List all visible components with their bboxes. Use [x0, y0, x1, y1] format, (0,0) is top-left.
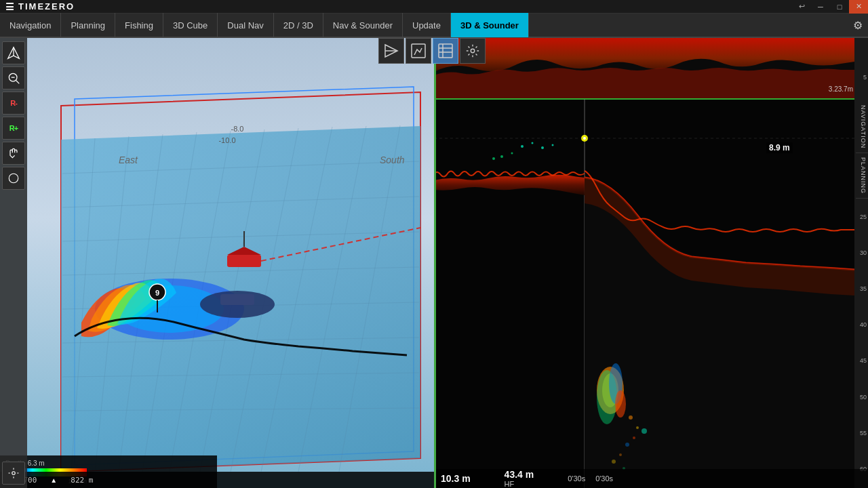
- svg-point-66: [552, 144, 554, 146]
- main-content: R- R+: [0, 38, 868, 488]
- side-toolbar: R- R+: [0, 38, 27, 488]
- toolbar-chart-btn[interactable]: [406, 38, 431, 64]
- depth-value: 6.3 m: [28, 460, 45, 467]
- svg-point-55: [629, 415, 633, 420]
- svg-point-71: [583, 137, 586, 140]
- sounder-bottom-bar: 10.3 m 43.4 m HF 0'30s 0'30s: [434, 469, 868, 488]
- svg-point-57: [642, 428, 647, 434]
- range-plus-btn[interactable]: R+: [2, 117, 25, 140]
- svg-point-3: [471, 49, 475, 53]
- svg-point-8: [9, 174, 18, 183]
- nav-triangle-icon: ▲: [50, 476, 57, 484]
- east-label: East: [119, 155, 138, 165]
- hamburger-icon[interactable]: ☰: [5, 1, 15, 12]
- nav-3dsounder[interactable]: 3D & Sounder: [451, 13, 529, 37]
- svg-point-63: [521, 145, 524, 148]
- toolbar-row: [378, 38, 486, 64]
- time-label-2: 0'30s: [595, 474, 613, 483]
- chart-3d-panel: R- R+: [0, 38, 434, 488]
- right-tabs: NAVIGATION PLANNING: [856, 101, 868, 488]
- nav-2d3d[interactable]: 2D / 3D: [274, 13, 323, 37]
- toolbar-nav-btn[interactable]: [378, 38, 404, 64]
- settings-gear-icon[interactable]: ⚙: [853, 19, 863, 32]
- nav-navigation[interactable]: Navigation: [0, 13, 61, 37]
- panel-divider: [434, 38, 436, 488]
- sounder-display: [434, 38, 854, 488]
- undo-button[interactable]: ↩: [792, 0, 811, 14]
- navbar: Navigation Planning Fishing 3D Cube Dual…: [0, 14, 868, 38]
- svg-point-69: [492, 157, 495, 160]
- svg-text:9: 9: [155, 289, 159, 297]
- zoom-tool-btn[interactable]: [2, 66, 25, 89]
- 3d-scene: -8.0 -10.0 East South: [27, 38, 434, 488]
- svg-point-9: [12, 472, 16, 475]
- svg-point-58: [633, 436, 635, 439]
- sounder-panel: 8.9 m 3.23.7m 5 10 15 20 25 30 35 40 45 …: [434, 38, 868, 488]
- svg-point-67: [500, 155, 503, 158]
- svg-point-54: [615, 390, 626, 418]
- right-tab-planning[interactable]: PLANNING: [856, 153, 868, 199]
- toolbar-sounder-btn[interactable]: [433, 38, 458, 64]
- depth-mark-5: 5: [863, 74, 867, 81]
- config-btn[interactable]: [2, 462, 25, 485]
- secondary-depth: 43.4 m: [505, 469, 534, 480]
- window-controls: ─ □ ✕: [811, 0, 868, 14]
- nav-dualnav[interactable]: Dual Nav: [218, 13, 273, 37]
- svg-point-64: [532, 142, 534, 144]
- right-tab-navigation[interactable]: NAVIGATION: [856, 101, 868, 153]
- circle-tool-btn[interactable]: [2, 167, 25, 190]
- nav-planning[interactable]: Planning: [61, 13, 115, 37]
- svg-point-60: [619, 453, 622, 456]
- app-title: TIMEZERO: [18, 1, 75, 12]
- map-distance: 822 m: [71, 476, 93, 485]
- nav-fishing[interactable]: Fishing: [115, 13, 163, 37]
- pan-tool-btn[interactable]: [2, 142, 25, 165]
- nav-3dcube[interactable]: 3D Cube: [163, 13, 218, 37]
- time-label-1: 0'30s: [568, 474, 585, 483]
- svg-line-6: [16, 81, 20, 84]
- svg-rect-2: [439, 44, 452, 58]
- nav-update[interactable]: Update: [403, 13, 451, 37]
- app-logo: ☰ TIMEZERO: [0, 1, 75, 12]
- nav-navsounder[interactable]: Nav & Sounder: [323, 13, 403, 37]
- svg-point-59: [625, 443, 629, 447]
- titlebar: ☰ TIMEZERO ↩ ─ □ ✕: [0, 0, 868, 14]
- top-depth-value: 3.23.7m: [829, 85, 853, 93]
- svg-point-65: [541, 146, 544, 149]
- coords-bar: 1:3,700 ▲ 822 m: [0, 472, 434, 488]
- svg-point-61: [612, 460, 616, 464]
- svg-rect-36: [227, 255, 261, 267]
- svg-rect-40: [220, 294, 254, 305]
- range-minus-btn[interactable]: R-: [2, 92, 25, 115]
- toolbar-settings-btn[interactable]: [460, 38, 486, 64]
- svg-text:-10.0: -10.0: [218, 136, 235, 144]
- draw-tool-btn[interactable]: [2, 41, 25, 64]
- svg-point-68: [511, 152, 513, 155]
- south-label: South: [380, 155, 405, 165]
- svg-text:-8.0: -8.0: [231, 125, 244, 133]
- crosshair-depth: 8.9 m: [766, 143, 793, 152]
- current-depth: 10.3 m: [441, 473, 471, 484]
- svg-point-56: [636, 426, 639, 429]
- freq-label: HF: [505, 480, 534, 488]
